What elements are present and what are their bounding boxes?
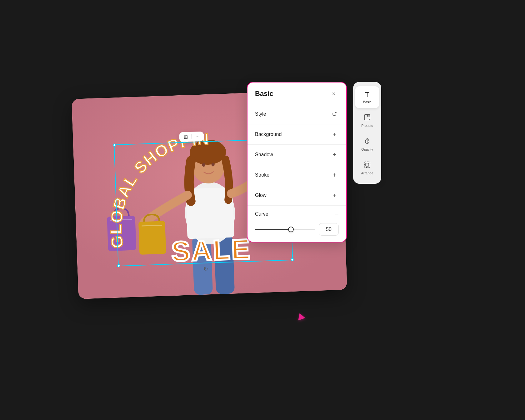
stroke-row[interactable]: Stroke + — [248, 165, 346, 185]
style-row[interactable]: Style ↺ — [248, 104, 346, 124]
glow-row[interactable]: Glow + — [248, 185, 346, 205]
more-options-icon[interactable]: ··· — [195, 133, 200, 139]
style-reset-icon[interactable]: ↺ — [330, 110, 339, 118]
toolbar-divider — [191, 134, 192, 139]
curve-value-input[interactable]: 50 — [319, 223, 339, 236]
svg-rect-19 — [364, 162, 370, 168]
element-toolbar: ⊞ ··· — [179, 131, 204, 142]
sidebar-item-arrange[interactable]: Arrange — [355, 157, 379, 179]
background-row[interactable]: Background + — [248, 124, 346, 144]
glow-add-icon[interactable]: + — [330, 191, 339, 200]
scene: GLOBAL SHOPPIN SALE ↻ ⊞ ··· Basic × — [75, 69, 450, 351]
stroke-label: Stroke — [255, 172, 269, 178]
shadow-label: Shadow — [255, 152, 273, 158]
curve-collapse-icon[interactable]: − — [335, 210, 339, 218]
arrange-label: Arrange — [361, 171, 373, 175]
curve-slider-row: 50 — [255, 223, 339, 236]
background-label: Background — [255, 132, 282, 137]
style-label: Style — [255, 111, 266, 117]
shadow-add-icon[interactable]: + — [330, 150, 339, 159]
curve-label: Curve — [255, 211, 268, 217]
curve-slider-thumb[interactable] — [288, 227, 294, 232]
panel-close-button[interactable]: × — [329, 89, 339, 99]
shadow-row[interactable]: Shadow + — [248, 145, 346, 165]
curve-row: Curve − — [255, 210, 339, 218]
curve-slider-track[interactable] — [255, 229, 315, 230]
glow-label: Glow — [255, 192, 266, 198]
opacity-icon — [364, 138, 371, 146]
panel-header: Basic × — [248, 82, 346, 104]
sidebar-item-basic[interactable]: T Basic — [355, 86, 379, 108]
curve-slider-fill — [255, 229, 291, 230]
presets-icon — [364, 114, 371, 122]
sidebar-item-opacity[interactable]: Opacity — [355, 133, 379, 156]
sidebar-item-presets[interactable]: Presets — [355, 109, 379, 132]
basic-label: Basic — [363, 100, 372, 104]
opacity-label: Opacity — [361, 148, 373, 151]
svg-text:SALE: SALE — [171, 233, 252, 267]
arrange-icon — [364, 161, 371, 170]
basic-panel: Basic × Style ↺ Background + Shadow + St… — [247, 82, 347, 242]
stroke-add-icon[interactable]: + — [330, 171, 339, 179]
curve-section: Curve − 50 — [248, 206, 346, 242]
element-icon[interactable]: ⊞ — [183, 134, 188, 140]
presets-label: Presets — [361, 124, 373, 128]
mouse-cursor — [296, 312, 305, 320]
panel-title: Basic — [255, 90, 273, 98]
basic-icon: T — [365, 91, 369, 99]
svg-rect-20 — [366, 163, 369, 166]
right-sidebar: T Basic Presets — [353, 82, 381, 184]
background-add-icon[interactable]: + — [330, 130, 339, 139]
